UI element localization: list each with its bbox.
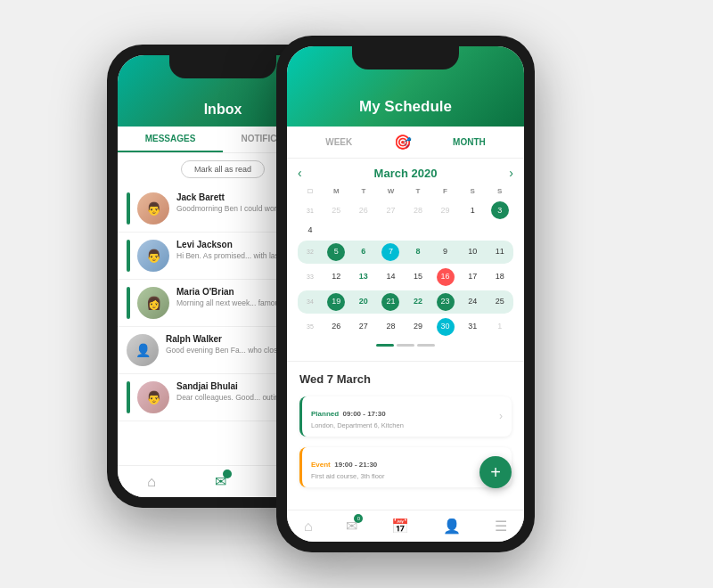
event-item-planned[interactable]: Planned 09:00 - 17:30 London, Department… bbox=[299, 396, 512, 437]
next-month-button[interactable]: › bbox=[509, 166, 513, 180]
cal-day[interactable]: 4 bbox=[298, 222, 323, 239]
event-location: First aid course, 3th floor bbox=[311, 472, 385, 480]
inbox-title: Inbox bbox=[204, 102, 242, 118]
thu-header: T bbox=[405, 185, 432, 197]
calendar-row-31: 31 25 26 27 28 29 1 3 4 bbox=[298, 199, 513, 239]
add-event-fab[interactable]: + bbox=[479, 456, 512, 488]
phone-schedule: My Schedule WEEK 🎯 MONTH ‹ March 2020 › bbox=[276, 36, 535, 552]
event-time: 09:00 - 17:30 bbox=[343, 410, 386, 418]
cal-day[interactable]: 29 bbox=[431, 202, 459, 219]
messages-badge: 0 bbox=[354, 514, 363, 523]
cal-day[interactable]: 10 bbox=[459, 243, 487, 260]
event-type-label: Event bbox=[311, 461, 331, 469]
cal-day[interactable]: 24 bbox=[459, 293, 487, 310]
schedule-tabs: WEEK 🎯 MONTH bbox=[287, 127, 524, 159]
unread-indicator bbox=[127, 381, 130, 413]
cal-day[interactable]: 12 bbox=[323, 268, 350, 285]
home-nav-icon[interactable]: ⌂ bbox=[147, 474, 156, 490]
cal-day[interactable]: 31 bbox=[459, 318, 487, 335]
avatar: 👨 bbox=[137, 240, 169, 272]
cal-day[interactable]: 28 bbox=[377, 318, 405, 335]
week-num: 35 bbox=[298, 323, 323, 330]
cal-day[interactable]: 26 bbox=[323, 318, 350, 335]
notch-1 bbox=[169, 55, 276, 78]
calendar-row-33: 33 12 13 14 15 16 17 18 bbox=[298, 265, 513, 289]
cal-day[interactable]: 6 bbox=[350, 243, 378, 260]
cal-day[interactable]: 30 bbox=[431, 315, 459, 339]
cal-day[interactable]: 27 bbox=[350, 318, 378, 335]
tab-messages[interactable]: MESSAGES bbox=[118, 127, 223, 152]
notch-2 bbox=[352, 46, 459, 69]
cal-day[interactable]: 7 bbox=[377, 241, 405, 264]
cal-day[interactable]: 25 bbox=[486, 293, 513, 310]
scroll-dot bbox=[376, 344, 394, 347]
cal-day[interactable]: 13 bbox=[350, 268, 378, 285]
week-num: 32 bbox=[298, 249, 323, 255]
event-details: Planned 09:00 - 17:30 London, Department… bbox=[311, 404, 404, 429]
scroll-dot bbox=[397, 344, 414, 347]
cal-day[interactable]: 29 bbox=[405, 318, 432, 335]
event-time: 19:00 - 21:30 bbox=[334, 461, 377, 469]
avatar: 👨 bbox=[137, 192, 169, 225]
cal-day[interactable]: 15 bbox=[405, 268, 432, 285]
mon-header: M bbox=[323, 185, 350, 197]
cal-day[interactable]: 22 bbox=[405, 293, 432, 310]
today-indicator: 16 bbox=[437, 268, 455, 286]
cal-day[interactable]: 11 bbox=[486, 243, 513, 260]
messages-nav-icon[interactable]: ✉ 0 bbox=[346, 518, 357, 535]
cal-day[interactable]: 5 bbox=[323, 241, 350, 264]
calendar-row-35: 35 26 27 28 29 30 31 1 bbox=[298, 315, 513, 339]
calendar: ‹ March 2020 › □ M T W T F bbox=[287, 159, 524, 357]
tab-week[interactable]: WEEK bbox=[318, 134, 359, 151]
unread-indicator bbox=[127, 192, 130, 225]
tab-month[interactable]: MONTH bbox=[446, 134, 493, 151]
home-nav-icon[interactable]: ⌂ bbox=[304, 519, 313, 535]
cal-day[interactable]: 14 bbox=[377, 268, 405, 285]
calendar-month: March 2020 bbox=[374, 167, 438, 180]
cal-day[interactable]: 1 bbox=[486, 318, 513, 335]
cal-day[interactable]: 16 bbox=[431, 265, 459, 289]
messages-badge bbox=[223, 470, 232, 478]
calendar-row-34: 34 19 20 21 22 23 24 bbox=[298, 290, 513, 314]
cal-day[interactable]: 26 bbox=[350, 202, 378, 219]
cal-day[interactable]: 23 bbox=[431, 290, 459, 314]
event-location: London, Department 6, Kitchen bbox=[311, 421, 404, 429]
cal-day[interactable]: 20 bbox=[350, 293, 378, 310]
calendar-row-32: 32 5 6 7 8 9 10 11 bbox=[298, 241, 513, 264]
cal-day[interactable]: 18 bbox=[486, 268, 513, 285]
cal-day[interactable]: 25 bbox=[323, 202, 350, 219]
cal-day[interactable]: 3 bbox=[486, 199, 513, 222]
event-type-label: Planned bbox=[311, 410, 339, 418]
calendar-header-row: □ M T W T F S S bbox=[298, 185, 513, 197]
tue-header: T bbox=[350, 185, 378, 197]
bottom-nav-schedule: ⌂ ✉ 0 📅 👤 ☰ bbox=[287, 510, 524, 542]
week-col-header: □ bbox=[298, 185, 323, 197]
sun-header: S bbox=[486, 185, 513, 197]
cal-day[interactable]: 9 bbox=[431, 243, 459, 260]
mark-all-button[interactable]: Mark all as read bbox=[181, 160, 265, 178]
event-header: Planned 09:00 - 17:30 bbox=[311, 404, 404, 420]
cal-day[interactable]: 21 bbox=[377, 290, 405, 314]
fri-header: F bbox=[431, 185, 459, 197]
profile-nav-icon[interactable]: 👤 bbox=[443, 518, 461, 535]
cal-day[interactable]: 27 bbox=[377, 202, 405, 219]
cal-day[interactable]: 1 bbox=[459, 202, 487, 219]
schedule-date: Wed 7 March bbox=[287, 365, 524, 391]
cal-day[interactable]: 17 bbox=[459, 268, 487, 285]
cal-day[interactable]: 28 bbox=[405, 202, 432, 219]
cal-day[interactable]: 8 bbox=[405, 243, 432, 260]
special-day: 30 bbox=[437, 318, 455, 336]
menu-nav-icon[interactable]: ☰ bbox=[495, 518, 507, 535]
calendar-nav-icon[interactable]: 📅 bbox=[391, 518, 409, 535]
event-header: Event 19:00 - 21:30 bbox=[311, 454, 385, 470]
prev-month-button[interactable]: ‹ bbox=[298, 166, 302, 180]
divider bbox=[287, 361, 524, 362]
wed-header: W bbox=[377, 185, 405, 197]
unread-indicator bbox=[127, 287, 130, 319]
avatar: 👤 bbox=[127, 334, 159, 366]
selected-day: 3 bbox=[491, 201, 509, 219]
messages-nav-icon[interactable]: ✉ bbox=[215, 473, 226, 490]
cal-day[interactable]: 19 bbox=[323, 290, 350, 314]
week-num: 33 bbox=[298, 274, 323, 280]
calendar-nav: ‹ March 2020 › bbox=[298, 166, 513, 180]
